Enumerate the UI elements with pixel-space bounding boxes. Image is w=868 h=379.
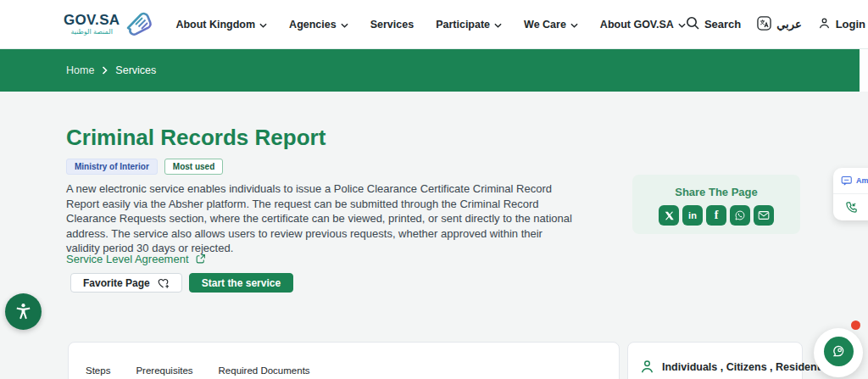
chat-bubble-icon bbox=[841, 176, 853, 187]
linkedin-icon: in bbox=[688, 211, 697, 220]
breadcrumb-current: Services bbox=[115, 64, 156, 76]
main-nav: About Kingdom Agencies Services Particip… bbox=[175, 19, 686, 31]
share-title: Share The Page bbox=[632, 186, 800, 198]
service-level-agreement-link[interactable]: Service Level Agreement bbox=[66, 253, 206, 265]
chevron-down-icon bbox=[341, 19, 348, 31]
share-icons: in f bbox=[632, 205, 800, 226]
chevron-down-icon bbox=[570, 19, 578, 31]
facebook-icon: f bbox=[715, 209, 719, 221]
chatbot-button[interactable] bbox=[814, 328, 863, 377]
chatbot-button-inner bbox=[824, 337, 854, 366]
page-title: Criminal Records Report bbox=[66, 125, 326, 151]
govsa-logo-subtitle-arabic: المنصة الوطنية bbox=[70, 29, 112, 36]
govsa-logo-text: GOV.SA المنصة الوطنية bbox=[64, 13, 120, 36]
translate-icon bbox=[757, 16, 771, 33]
service-details-card: Steps Prerequisites Required Documents bbox=[68, 342, 620, 379]
share-card: Share The Page in f bbox=[632, 175, 800, 234]
phone-incoming-icon bbox=[844, 200, 859, 215]
start-service-label: Start the service bbox=[202, 277, 281, 289]
nav-label: About GOV.SA bbox=[600, 19, 674, 31]
nav-agencies[interactable]: Agencies bbox=[289, 19, 348, 31]
service-description: A new electronic service enables individ… bbox=[66, 181, 573, 256]
tab-prerequisites[interactable]: Prerequisites bbox=[136, 365, 192, 376]
chevron-down-icon bbox=[494, 19, 502, 31]
ministry-badge[interactable]: Ministry of Interior bbox=[66, 159, 158, 175]
phone-contact-item[interactable] bbox=[833, 194, 868, 220]
govsa-logo[interactable]: GOV.SA المنصة الوطنية bbox=[64, 11, 154, 37]
heart-plus-icon bbox=[157, 277, 170, 289]
accessibility-icon bbox=[14, 302, 33, 321]
audience-card: Individuals , Citizens , Residents bbox=[627, 342, 803, 379]
user-icon bbox=[818, 17, 831, 32]
start-service-button[interactable]: Start the service bbox=[189, 273, 293, 293]
x-icon bbox=[665, 211, 674, 220]
notification-dot bbox=[851, 320, 860, 330]
favorite-page-button[interactable]: Favorite Page bbox=[70, 273, 182, 293]
share-facebook-button[interactable]: f bbox=[706, 205, 726, 226]
service-detail-tabs: Steps Prerequisites Required Documents bbox=[69, 343, 619, 376]
nav-label: Services bbox=[370, 19, 414, 31]
search-icon bbox=[686, 16, 699, 32]
share-email-button[interactable] bbox=[754, 205, 774, 226]
chevron-down-icon bbox=[259, 19, 267, 31]
nav-services[interactable]: Services bbox=[370, 19, 414, 31]
nav-we-care[interactable]: We Care bbox=[524, 19, 578, 31]
nav-actions: Search عربي Login VISION رؤيــة 2 bbox=[686, 9, 868, 38]
nav-label: We Care bbox=[524, 19, 566, 31]
breadcrumb-home[interactable]: Home bbox=[66, 64, 94, 76]
login-label: Login bbox=[836, 18, 865, 31]
amer-chat-item[interactable]: Amer bbox=[833, 168, 868, 194]
share-x-button[interactable] bbox=[659, 205, 679, 226]
amer-label: Amer bbox=[856, 176, 868, 185]
govsa-logo-title: GOV.SA bbox=[64, 13, 120, 27]
email-icon bbox=[758, 210, 770, 220]
language-switch[interactable]: عربي bbox=[757, 16, 801, 33]
search-button[interactable]: Search bbox=[686, 16, 741, 32]
sla-label: Service Level Agreement bbox=[66, 253, 189, 265]
govsa-logo-icon bbox=[124, 11, 154, 37]
nav-about-govsa[interactable]: About GOV.SA bbox=[600, 19, 686, 31]
scrollbar-track[interactable] bbox=[860, 49, 868, 92]
audience-row: Individuals , Citizens , Residents bbox=[639, 359, 802, 375]
favorite-page-label: Favorite Page bbox=[83, 277, 150, 289]
hero-action-buttons: Favorite Page Start the service bbox=[70, 273, 293, 293]
contact-side-widget: Amer bbox=[833, 168, 868, 220]
page: GOV.SA المنصة الوطنية About Kingdom Age bbox=[0, 0, 868, 379]
most-used-badge: Most used bbox=[164, 159, 223, 175]
login-button[interactable]: Login bbox=[818, 17, 865, 32]
search-label: Search bbox=[704, 18, 741, 31]
service-badges: Ministry of Interior Most used bbox=[66, 159, 223, 175]
top-navigation: GOV.SA المنصة الوطنية About Kingdom Age bbox=[0, 0, 868, 49]
tab-steps[interactable]: Steps bbox=[86, 365, 110, 376]
nav-participate[interactable]: Participate bbox=[436, 19, 502, 31]
chevron-down-icon bbox=[678, 19, 686, 31]
audience-label: Individuals , Citizens , Residents bbox=[662, 361, 826, 373]
person-icon bbox=[639, 359, 655, 375]
breadcrumb: Home Services bbox=[0, 49, 868, 92]
chatbot-icon bbox=[831, 343, 846, 359]
nav-about-kingdom[interactable]: About Kingdom bbox=[175, 19, 267, 31]
nav-label: Participate bbox=[436, 19, 490, 31]
whatsapp-icon bbox=[734, 209, 746, 221]
share-linkedin-button[interactable]: in bbox=[682, 205, 703, 226]
accessibility-button[interactable] bbox=[5, 293, 42, 330]
chevron-right-icon bbox=[102, 66, 108, 75]
language-label: عربي bbox=[776, 18, 801, 31]
nav-label: Agencies bbox=[289, 19, 337, 31]
share-whatsapp-button[interactable] bbox=[730, 205, 750, 226]
tab-required-documents[interactable]: Required Documents bbox=[219, 365, 310, 376]
nav-label: About Kingdom bbox=[175, 19, 255, 31]
external-link-icon bbox=[195, 254, 206, 265]
